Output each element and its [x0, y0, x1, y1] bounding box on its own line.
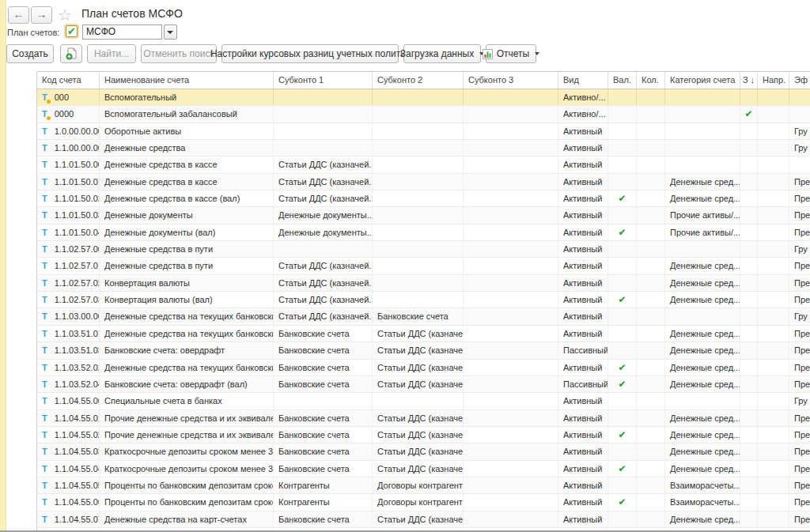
cell-val — [608, 207, 637, 223]
cell-napr — [758, 477, 789, 493]
cell-name: Денежные средства на текущих банковских.… — [100, 308, 274, 324]
create-group-button[interactable] — [60, 44, 82, 63]
currency-check-icon: ✔ — [618, 362, 626, 373]
cell-z — [740, 376, 758, 392]
table-row[interactable]: Т1.0.00.00.00Оборотные активыАктивныйГру — [37, 123, 810, 140]
table-row[interactable]: Т1.1.04.55.04Краткосрочные депозиты срок… — [37, 461, 810, 477]
favorite-star-icon[interactable]: ☆ — [58, 6, 72, 25]
cell-sub2: Статьи ДДС (казначей... — [373, 443, 464, 459]
cell-vid: Активный — [558, 191, 608, 206]
currency-diff-settings-button[interactable]: Настройки курсовых разниц учетных полити… — [221, 44, 399, 63]
cell-kat: Денежные сред... — [665, 443, 740, 459]
cell-sub1: Денежные документы... — [274, 224, 373, 240]
table-row[interactable]: Т1.1.03.00.00Денежные средства на текущи… — [37, 308, 810, 325]
cell-kat: Денежные сред... — [665, 461, 740, 477]
table-row[interactable]: Т1.1.02.57.03Конвертация валюты (вал)Ста… — [37, 292, 810, 308]
column-header-name[interactable]: Наименование счета — [100, 72, 274, 89]
column-header-val[interactable]: Вал. — [608, 72, 637, 89]
table-row[interactable]: Т1.1.00.00.00Денежные средстваАктивныйГр… — [37, 140, 810, 157]
table-row[interactable]: Т1.1.04.55.06Проценты по банковским депо… — [37, 494, 810, 511]
cell-napr — [758, 106, 789, 122]
cell-kol — [637, 511, 665, 527]
column-header-kat[interactable]: Категория счета — [665, 72, 740, 89]
cell-code: Т1.1.04.55.04 — [37, 461, 100, 477]
table-row[interactable]: Т1.1.04.55.05Проценты по банковским депо… — [37, 477, 810, 494]
cell-sub3 — [464, 326, 558, 341]
column-header-napr[interactable]: Напр. — [758, 72, 789, 89]
cell-sub1: Статьи ДДС (казначей... — [274, 308, 373, 324]
account-type-icon: Т — [42, 207, 47, 223]
cell-napr — [758, 511, 789, 527]
cell-vid: Активный — [558, 494, 608, 510]
cell-napr — [758, 207, 789, 223]
reports-menu-button[interactable]: Отчеты — [486, 44, 536, 63]
cell-ef: Гру — [789, 123, 810, 139]
cell-sub2 — [373, 89, 464, 105]
cell-vid: Активный — [558, 461, 608, 477]
cell-kat: Денежные сред... — [665, 342, 740, 358]
column-header-z[interactable]: З ↓ — [740, 72, 758, 89]
cell-kol — [637, 494, 665, 510]
cell-code: Т1.1.04.55.03 — [37, 443, 100, 459]
cell-val — [608, 326, 637, 341]
cell-z — [740, 461, 758, 477]
forward-button[interactable]: → — [31, 6, 52, 24]
table-row[interactable]: Т1.1.01.50.00Денежные средства в кассеСт… — [37, 157, 810, 173]
account-type-icon: Т — [42, 461, 47, 477]
cell-val: ✔ — [608, 292, 637, 308]
cell-code: Т1.1.00.00.00 — [37, 140, 100, 156]
table-row[interactable]: Т1.1.04.55.03Краткосрочные депозиты срок… — [37, 443, 810, 460]
column-header-vid[interactable]: Вид — [558, 72, 608, 89]
table-row[interactable]: Т1.1.02.57.00Денежные средства в путиАкт… — [37, 241, 810, 258]
table-row[interactable]: Т1.1.03.51.03Банковские счета: овердрафт… — [37, 342, 810, 359]
cell-sub3 — [464, 443, 558, 459]
cell-code: Т1.1.01.50.03 — [37, 207, 100, 223]
load-data-menu-button[interactable]: Загрузка данных — [403, 44, 481, 63]
cell-sub3 — [464, 157, 558, 172]
cell-kat: Денежные сред... — [665, 511, 740, 527]
table-row[interactable]: Т000ВспомогательныйАктивно/... — [37, 89, 810, 106]
column-header-sub2[interactable]: Субконто 2 — [373, 72, 464, 89]
table-row[interactable]: Т1.1.04.55.07Денежные средства на карт-с… — [37, 511, 810, 528]
table-row[interactable]: Т1.1.03.51.01Денежные средства на текущи… — [37, 326, 810, 342]
cell-name: Прочие денежные средства и их эквивалент… — [100, 410, 274, 426]
table-row[interactable]: Т1.1.01.50.02Денежные средства в кассе (… — [37, 191, 810, 207]
column-header-code[interactable]: Код счета — [37, 72, 100, 89]
cell-kol — [637, 207, 665, 223]
chart-filter-checkbox[interactable]: ✔ — [66, 25, 78, 37]
table-row[interactable]: Т1.1.01.50.04Денежные документы (вал)Ден… — [37, 224, 810, 241]
cell-val: ✔ — [608, 376, 637, 392]
cell-napr — [758, 326, 789, 341]
cell-val: ✔ — [608, 191, 637, 206]
column-header-kol[interactable]: Кол. — [637, 72, 665, 89]
table-row[interactable]: Т0000Вспомогательный забалансовыйАктивно… — [37, 106, 810, 123]
cell-kat: Денежные сред... — [665, 292, 740, 308]
table-row[interactable]: Т1.1.03.52.02Денежные средства на текущи… — [37, 360, 810, 376]
chart-filter-combobox[interactable]: МСФО — [82, 25, 162, 40]
back-button[interactable]: ← — [8, 6, 29, 24]
column-header-ef[interactable]: Эф — [789, 72, 810, 89]
table-row[interactable]: Т1.1.02.57.02Конвертация валютыСтатьи ДД… — [37, 275, 810, 292]
table-row[interactable]: Т1.1.01.50.01Денежные средства в кассеСт… — [37, 174, 810, 191]
cell-ef: Пре — [789, 511, 810, 527]
table-row[interactable]: Т1.1.03.52.04Банковские счета: овердрафт… — [37, 376, 810, 393]
cell-kat — [665, 393, 740, 409]
cell-val — [608, 89, 637, 105]
find-button[interactable]: Найти... — [87, 44, 136, 63]
table-row[interactable]: Т1.1.04.55.00Специальные счета в банкахА… — [37, 393, 810, 409]
cell-z — [740, 511, 758, 527]
column-header-sub1[interactable]: Субконто 1 — [274, 72, 373, 89]
cell-code: Т1.1.04.55.00 — [37, 393, 100, 409]
column-header-sub3[interactable]: Субконто 3 — [464, 72, 558, 89]
table-row[interactable]: Т1.1.01.50.03Денежные документыДенежные … — [37, 207, 810, 224]
table-row[interactable]: Т1.1.04.55.02Прочие денежные средства и … — [37, 427, 810, 443]
cell-sub1 — [274, 393, 373, 409]
chart-filter-dropdown-button[interactable] — [164, 25, 177, 40]
create-button[interactable]: Создать — [6, 44, 54, 63]
cell-kol — [637, 477, 665, 493]
reports-label: Отчеты — [497, 48, 529, 59]
cancel-search-button[interactable]: Отменить поиск — [141, 44, 217, 63]
table-row[interactable]: Т1.1.02.57.01Денежные средства в путиСта… — [37, 258, 810, 274]
cell-val: ✔ — [608, 224, 637, 240]
table-row[interactable]: Т1.1.04.55.01Прочие денежные средства и … — [37, 410, 810, 427]
